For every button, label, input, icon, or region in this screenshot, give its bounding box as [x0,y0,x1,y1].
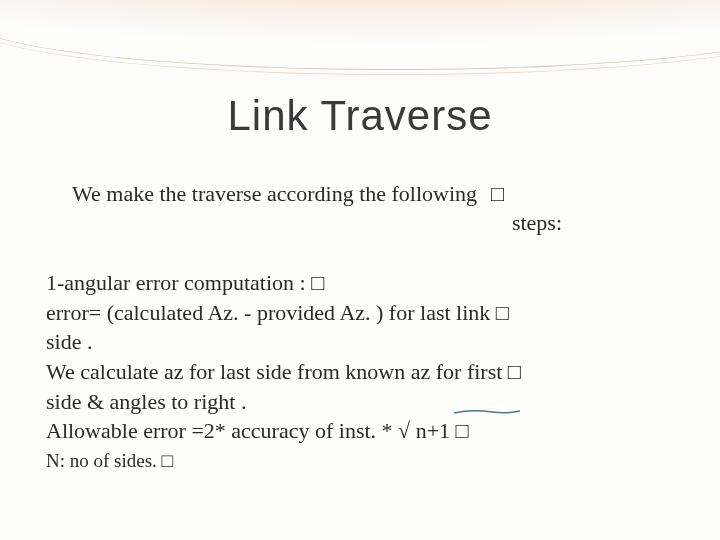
intro-block: We make the traverse according the follo… [72,180,680,237]
body-line: Allowable error =2* accuracy of inst. * … [46,416,680,446]
hand-underline-icon [452,404,522,414]
body-line: N: no of sides. □ [46,448,680,474]
body-block: 1-angular error computation : □ error= (… [46,268,680,474]
intro-text: We make the traverse according the follo… [72,180,477,209]
body-line: We calculate az for last side from known… [46,357,680,387]
body-line: error= (calculated Az. - provided Az. ) … [46,298,680,328]
slide-title: Link Traverse [0,92,720,140]
body-line: side . [46,327,680,357]
bullet-box-icon: □ [491,180,504,209]
intro-text: steps: [72,209,680,238]
top-decoration [0,0,720,80]
body-line: side & angles to right . [46,387,680,417]
body-line: 1-angular error computation : □ [46,268,680,298]
